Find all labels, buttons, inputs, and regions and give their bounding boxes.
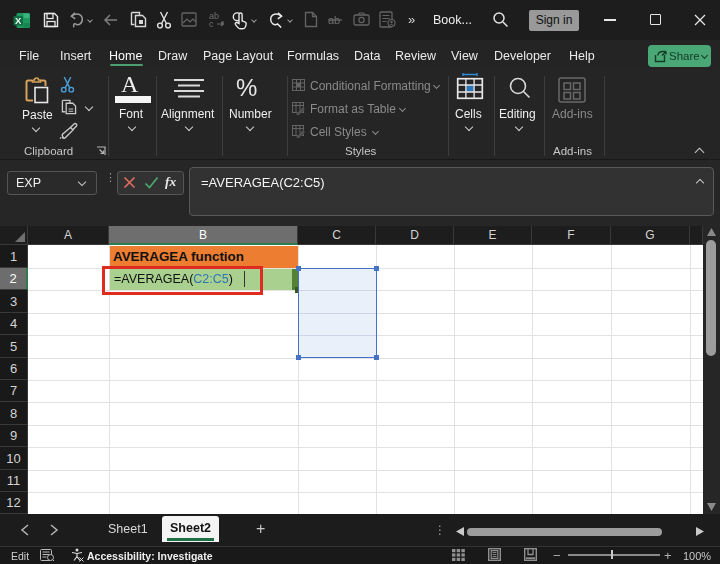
svg-text:X: X — [15, 15, 22, 26]
svg-text:c: c — [209, 19, 214, 28]
